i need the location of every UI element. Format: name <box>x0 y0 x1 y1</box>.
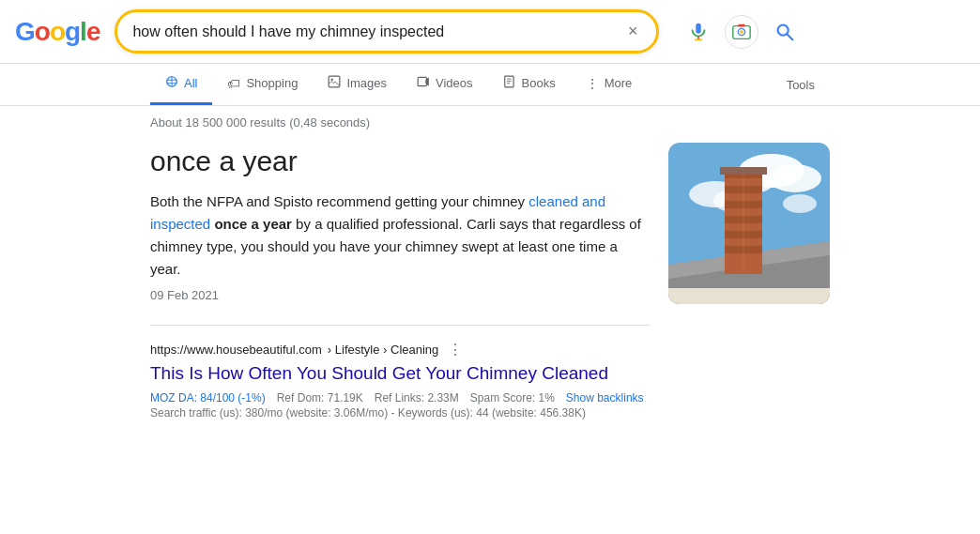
search-submit-button[interactable] <box>768 15 802 49</box>
featured-snippet: once a year Both the NFPA and Spisto rec… <box>150 143 650 302</box>
camera-icon <box>731 22 752 42</box>
books-icon <box>503 75 516 91</box>
chimney-image <box>668 143 830 304</box>
search-icons-right <box>681 15 802 49</box>
ref-dom: Ref Dom: 71.19K <box>277 391 363 404</box>
results-count: About 18 500 000 results (0,48 seconds) <box>0 106 980 135</box>
main-content: once a year Both the NFPA and Spisto rec… <box>0 135 980 427</box>
logo-letter-o2: o <box>50 17 65 47</box>
ref-links: Ref Links: 2.33M <box>375 391 459 404</box>
logo-letter-e: e <box>86 17 100 47</box>
logo-letter-g: G <box>15 17 35 47</box>
svg-line-8 <box>788 34 793 39</box>
result-url-base: https://www.housebeautiful.com <box>150 343 322 357</box>
results-count-text: About 18 500 000 results (0,48 seconds) <box>150 115 370 130</box>
snippet-date: 09 Feb 2021 <box>150 288 650 302</box>
logo-letter-l: l <box>80 17 86 47</box>
shopping-icon: 🏷 <box>227 76 240 91</box>
result-image-wrapper <box>668 143 830 420</box>
all-icon <box>165 75 178 91</box>
tab-videos[interactable]: Videos <box>402 64 488 105</box>
mic-button[interactable] <box>681 15 715 49</box>
more-dots-icon: ⋮ <box>586 76 599 91</box>
search-submit-icon <box>774 22 795 42</box>
svg-point-6 <box>741 30 744 34</box>
snippet-body: Both the NFPA and Spisto recommend getti… <box>150 191 650 281</box>
svg-point-25 <box>783 194 817 213</box>
tab-images-label: Images <box>346 76 387 90</box>
tab-more[interactable]: ⋮ More <box>571 65 648 105</box>
snippet-text-bold-wrapper: once a year by a qualified professional.… <box>150 216 641 277</box>
snippet-bold: once a year <box>214 216 292 232</box>
tab-all-label: All <box>184 76 197 90</box>
google-logo[interactable]: G o o g l e <box>15 17 100 47</box>
result-url-row: https://www.housebeautiful.com › Lifesty… <box>150 341 650 359</box>
chimney-svg <box>668 143 830 304</box>
nav-tabs: All 🏷 Shopping Images Videos Books ⋮ Mor… <box>0 64 980 106</box>
seo-traffic: Search traffic (us): 380/mo (website: 3.… <box>150 406 650 420</box>
svg-rect-5 <box>739 23 745 26</box>
svg-rect-37 <box>668 288 830 304</box>
tab-shopping[interactable]: 🏷 Shopping <box>212 65 313 105</box>
svg-rect-36 <box>720 167 767 175</box>
result-menu-icon[interactable]: ⋮ <box>448 341 463 359</box>
result-url-path: › Lifestyle › Cleaning <box>328 343 439 357</box>
svg-point-21 <box>769 164 821 192</box>
tab-videos-label: Videos <box>436 76 473 90</box>
search-input[interactable] <box>132 23 616 40</box>
backlinks-link[interactable]: Show backlinks <box>566 391 644 404</box>
result-title[interactable]: This Is How Often You Should Get Your Ch… <box>150 362 650 386</box>
tab-all[interactable]: All <box>150 64 212 105</box>
clear-icon[interactable]: × <box>624 20 642 43</box>
mic-icon <box>688 22 709 42</box>
logo-letter-g2: g <box>65 17 80 47</box>
tools-button[interactable]: Tools <box>772 67 830 103</box>
search-bar[interactable]: × <box>115 9 659 53</box>
tools-label: Tools <box>787 78 815 92</box>
moz-da: MOZ DA: 84/100 (-1%) <box>150 391 266 404</box>
camera-button[interactable] <box>725 15 758 49</box>
videos-icon <box>417 75 430 91</box>
logo-letter-o1: o <box>35 17 50 47</box>
tab-images[interactable]: Images <box>313 64 402 105</box>
second-result: https://www.housebeautiful.com › Lifesty… <box>150 325 650 420</box>
spam-score: Spam Score: 1% <box>470 391 555 404</box>
svg-rect-0 <box>697 23 702 33</box>
results-left: once a year Both the NFPA and Spisto rec… <box>150 143 650 420</box>
svg-rect-15 <box>504 76 513 87</box>
featured-answer-text: once a year <box>150 143 650 179</box>
images-icon <box>328 75 341 91</box>
svg-point-12 <box>331 79 333 81</box>
tab-books-label: Books <box>522 76 556 90</box>
tab-shopping-label: Shopping <box>246 76 298 90</box>
svg-rect-13 <box>418 77 426 85</box>
snippet-text-before: Both the NFPA and Spisto recommend getti… <box>150 193 528 209</box>
svg-marker-14 <box>425 77 429 85</box>
seo-metrics-row1: MOZ DA: 84/100 (-1%) Ref Dom: 71.19K Ref… <box>150 391 650 404</box>
header: G o o g l e × <box>0 0 980 64</box>
tab-books[interactable]: Books <box>488 64 571 105</box>
tab-more-label: More <box>605 76 633 90</box>
